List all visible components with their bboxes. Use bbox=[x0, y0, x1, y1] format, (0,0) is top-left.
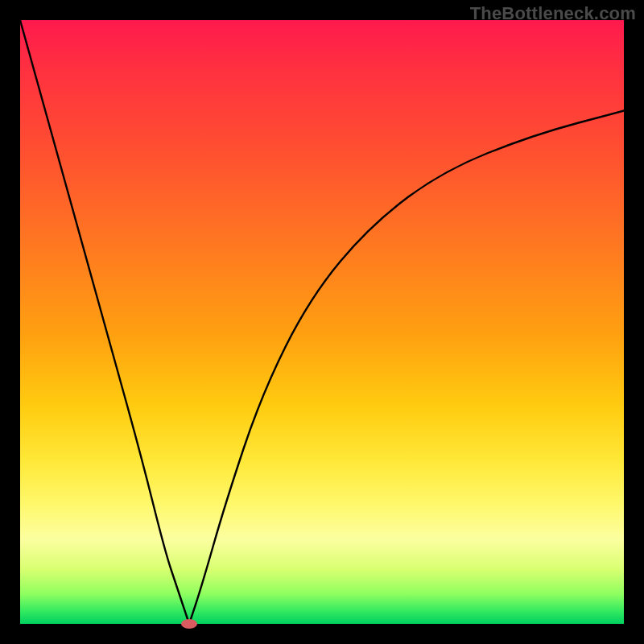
bottleneck-curve-left bbox=[20, 20, 189, 624]
bottleneck-curve-right bbox=[189, 111, 624, 625]
watermark-text: TheBottleneck.com bbox=[470, 3, 636, 24]
minimum-marker bbox=[181, 619, 197, 629]
chart-canvas: TheBottleneck.com bbox=[0, 0, 644, 644]
curve-layer bbox=[20, 20, 624, 624]
plot-area bbox=[20, 20, 624, 624]
